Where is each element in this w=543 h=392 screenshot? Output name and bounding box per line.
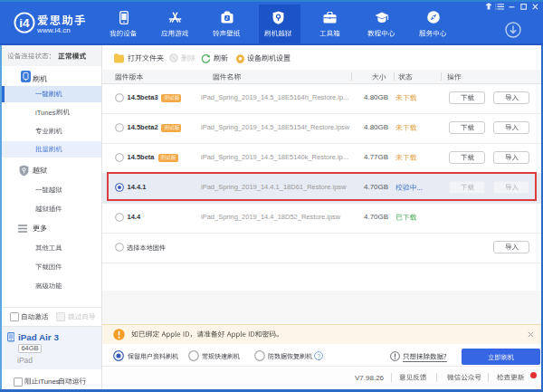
svg-text:?: ? xyxy=(317,352,320,359)
svg-text:i4: i4 xyxy=(19,16,30,30)
